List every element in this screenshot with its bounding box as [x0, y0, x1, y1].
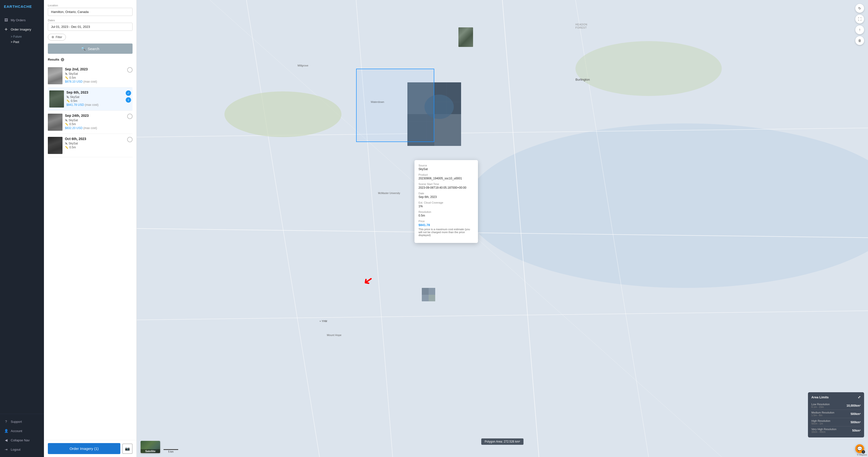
satellite-tile-button[interactable]: Satellite: [141, 441, 160, 453]
result-controls-3: [127, 137, 132, 142]
svg-point-18: [425, 94, 454, 119]
location-value[interactable]: Hamilton, Ontario, Canada: [48, 8, 132, 16]
sidebar-item-order-imagery[interactable]: ✛ Order Imagery: [0, 25, 44, 34]
map-svg: [137, 0, 868, 457]
dates-value[interactable]: Jul 01, 2023 - Dec 01, 2023: [48, 23, 132, 31]
chat-button[interactable]: 💬: [855, 444, 864, 453]
thumb-img-1: [49, 90, 64, 108]
expand-button[interactable]: ⛶: [855, 15, 864, 24]
res-icon-3: 📏: [65, 146, 68, 149]
satellite-overlay-main: [407, 82, 461, 146]
map-area[interactable]: Millgrove Waterdown Burlington McMaster …: [137, 0, 868, 457]
thumb-img-0: [48, 67, 62, 84]
area-limit-name-0: Low Resolution 8.1m - 15m: [811, 403, 830, 408]
popup-source-row: Source SkySat: [418, 164, 474, 171]
sidebar-item-past[interactable]: > Past: [11, 39, 44, 45]
popup-resolution-row: Resolution 0.5m: [418, 210, 474, 217]
camera-button[interactable]: 📷 ✕: [122, 444, 132, 454]
svg-rect-24: [422, 288, 429, 295]
result-controls-2: [127, 114, 132, 119]
satellite-overlay-top: [458, 27, 473, 47]
sidebar-nav: 🖼 My Orders ✛ Order Imagery > Future > P…: [0, 13, 44, 414]
result-controls-1: i: [126, 90, 131, 103]
result-thumb-1: [49, 90, 64, 108]
user-icon: 👤: [4, 429, 8, 433]
result-source-3: 🛰 SkySat: [65, 142, 125, 145]
result-res-1: 📏 0.5m: [66, 99, 123, 103]
thumb-img-3: [48, 137, 62, 154]
satellite-icon-3: 🛰: [65, 142, 68, 145]
results-info-icon[interactable]: i: [61, 58, 64, 61]
sidebar-bottom: ? Support 👤 Account ◀ Collapse Nav ⇥ Log…: [0, 414, 44, 457]
area-limit-name-1: Medium Resolution 1.5m - 8m: [811, 411, 834, 417]
results-label: Results i: [48, 58, 132, 61]
order-imagery-label: Order Imagery: [11, 28, 31, 31]
support-label: Support: [11, 420, 22, 424]
order-imagery-button[interactable]: Order Imagery (1): [48, 443, 120, 454]
satellite-icon-2: 🛰: [65, 119, 68, 122]
sidebar-item-my-orders[interactable]: 🖼 My Orders: [0, 16, 44, 25]
result-date-2: Sep 24th, 2023: [65, 114, 125, 118]
refresh-button[interactable]: ↻: [855, 4, 864, 13]
popup-date-row: Date Sep 6th, 2023: [418, 192, 474, 199]
res-label-1: 0.5m: [71, 99, 78, 103]
result-info-btn-1[interactable]: i: [126, 97, 131, 103]
result-select-1[interactable]: [126, 90, 131, 96]
result-thumb-3: [48, 137, 62, 154]
area-limits-expand-icon[interactable]: ⤢: [858, 395, 861, 399]
chat-icon: 💬: [857, 446, 862, 451]
area-limit-row-3: Very High Resolution 10cm - 49cm 50km²: [811, 426, 861, 434]
dates-field-group: Dates Jul 01, 2023 - Dec 01, 2023: [48, 19, 132, 31]
crosshair-icon: ✛: [4, 27, 8, 31]
source-label-0: SkySat: [69, 72, 78, 76]
result-price-1: $841.78 USD (max cost): [66, 103, 123, 107]
result-select-0[interactable]: [127, 67, 132, 73]
result-info-2: Sep 24th, 2023 🛰 SkySat 📏 0.5m $832.20 U…: [65, 114, 125, 130]
result-select-2[interactable]: [127, 114, 132, 119]
result-item-1: Sep 6th, 2023 🛰 SkySat 📏 0.5m $841.78 US…: [48, 87, 132, 111]
satellite-svg: [407, 82, 461, 146]
filter-icon: ⚙: [52, 35, 54, 39]
result-select-3[interactable]: [127, 137, 132, 142]
sidebar-item-collapse[interactable]: ◀ Collapse Nav: [0, 435, 44, 445]
result-price-0: $878.10 USD (max cost): [65, 80, 125, 83]
logo-text: EARTHCACHE: [4, 4, 32, 8]
upload-button[interactable]: ↑: [855, 25, 864, 34]
area-limit-name-3: Very High Resolution 10cm - 49cm: [811, 428, 837, 433]
mapbox-logo: © Mapbox: [857, 454, 867, 456]
result-thumb-2: [48, 114, 62, 131]
polygon-area-badge: Polygon Area: 272.526 km²: [482, 438, 524, 445]
res-label-0: 0.5m: [69, 76, 76, 79]
airport-marker: + YHM: [319, 320, 327, 322]
order-btn-container: Order Imagery (1) 📷 ✕: [44, 440, 136, 457]
sidebar-item-account[interactable]: 👤 Account: [0, 426, 44, 435]
svg-point-12: [576, 41, 722, 96]
location-field-group: Location Hamilton, Ontario, Canada: [48, 4, 132, 16]
res-label-3: 0.5m: [69, 146, 76, 149]
delete-button[interactable]: 🗑: [855, 36, 864, 45]
filter-button[interactable]: ⚙ Filter: [48, 34, 66, 40]
search-icon: 🔍: [81, 47, 86, 51]
yhm-label: YHM: [322, 320, 327, 322]
collapse-label: Collapse Nav: [11, 438, 30, 442]
area-limits-title: Area Limits ⤢: [811, 395, 861, 399]
area-limit-row-0: Low Resolution 8.1m - 15m 10,000km²: [811, 402, 861, 410]
result-date-1: Sep 6th, 2023: [66, 90, 123, 94]
result-date-3: Oct 6th, 2023: [65, 137, 125, 141]
result-info-1: Sep 6th, 2023 🛰 SkySat 📏 0.5m $841.78 US…: [66, 90, 123, 107]
satellite-icon-1: 🛰: [66, 95, 69, 98]
res-label-2: 0.5m: [69, 122, 76, 126]
result-price-2: $832.20 USD (max cost): [65, 126, 125, 130]
logout-label: Logout: [11, 448, 21, 451]
sidebar-item-logout[interactable]: ⇥ Logout: [0, 445, 44, 454]
popup-product-row: Product 20230906_194005_ssc10_u0001: [418, 173, 474, 180]
sidebar-item-support[interactable]: ? Support: [0, 417, 44, 426]
camera-icon: 📷: [125, 446, 130, 451]
sidebar-item-future[interactable]: > Future: [11, 34, 44, 39]
result-item-2: Sep 24th, 2023 🛰 SkySat 📏 0.5m $832.20 U…: [48, 111, 132, 134]
popup-cloud-row: Est. Cloud Coverage 1%: [418, 201, 474, 208]
result-res-2: 📏 0.5m: [65, 122, 125, 126]
svg-point-11: [224, 91, 341, 137]
search-button[interactable]: 🔍 Search: [48, 44, 132, 54]
res-icon-1: 📏: [66, 99, 70, 103]
